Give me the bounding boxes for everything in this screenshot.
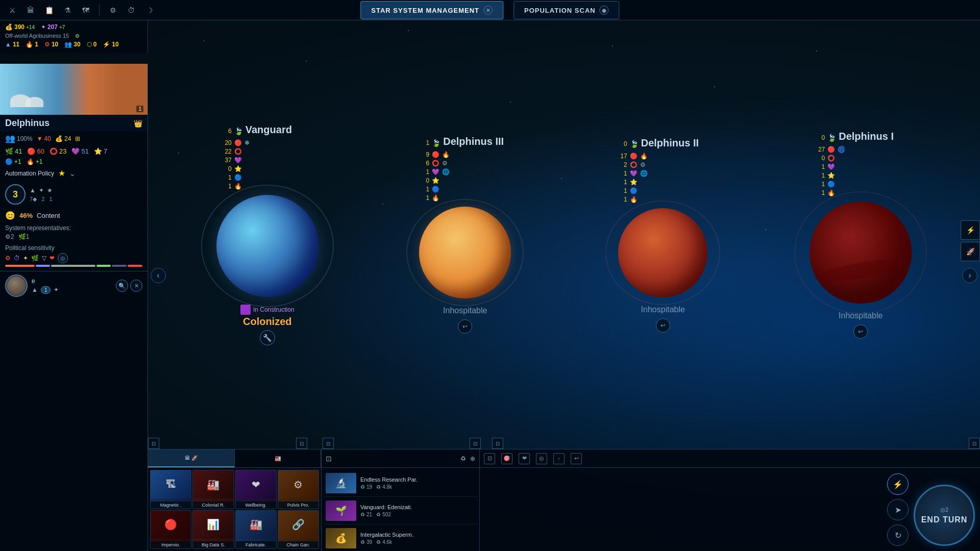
expand-bottom-right[interactable]: ⊡ xyxy=(969,438,980,449)
purple-val: 7 xyxy=(104,147,107,155)
tab-star-system-management[interactable]: STAR SYSTEM MANAGEMENT ✕ xyxy=(360,1,503,19)
blue-icon: 💜 xyxy=(71,147,80,155)
agent-star-icon: ✦ xyxy=(54,286,59,294)
vanguard-sphere[interactable] xyxy=(216,195,318,297)
happiness-percent: 46% xyxy=(19,212,33,219)
population-pct: 100% xyxy=(17,135,33,142)
sub2-icon: 🔥 xyxy=(27,158,34,165)
queue-tab-buildings[interactable]: 🏛 🚀 xyxy=(148,449,235,467)
event-item-2[interactable]: 🌱 Vanguard: Edenizati. ♻ 21 ♻ 502 xyxy=(324,497,477,524)
delphinus3-planet[interactable] xyxy=(419,207,511,298)
dh-icon-3[interactable]: ❤ xyxy=(519,453,530,464)
credits-plus: +14 xyxy=(26,24,35,30)
agent-row: e ▲ 1 ✦ 🔍 ✕ xyxy=(0,271,148,300)
d1-s5: 1 🔵 xyxy=(815,181,906,188)
d2-back-btn[interactable]: ↩ xyxy=(656,318,670,333)
re-btn-2[interactable]: 🚀 xyxy=(961,242,980,261)
agent-search-btn[interactable]: 🔍 xyxy=(116,280,128,292)
nav-icon-settings[interactable]: ⚙ xyxy=(106,3,120,17)
nav-icon-moon[interactable]: ☽ xyxy=(142,3,157,17)
nav-icon-map[interactable]: 🗺 xyxy=(79,3,93,17)
vanguard-stats-top: 6 🍃 Vanguard 20 🔴 ❄ 22 ⭕ 37 💜 0 ⭐ xyxy=(222,124,313,190)
d2-inhospitable-label: Inhospitable xyxy=(641,305,685,314)
expand-bottom-left[interactable]: ⊡ xyxy=(148,438,159,449)
d1-s6-icon: 🔥 xyxy=(827,189,835,196)
d3-s5: 1 🔵 xyxy=(419,186,511,193)
bottom-mid-expand[interactable]: ⊡ xyxy=(470,438,481,449)
queue-item-7[interactable]: 🏭 Fabricate. xyxy=(235,510,277,549)
events-sort-icon[interactable]: ⊕ xyxy=(470,455,475,462)
bottom-left-expand[interactable]: ⊡ xyxy=(296,438,307,449)
end-turn-button[interactable]: ◎2 END TURN xyxy=(914,485,975,546)
dh-icon-1[interactable]: ⊡ xyxy=(484,453,495,464)
dh-icon-6[interactable]: ↩ xyxy=(571,453,582,464)
side-btn-lightning[interactable]: ⚡ xyxy=(887,473,909,495)
queue-item-3[interactable]: ❤ Wellbeing. xyxy=(235,470,277,509)
delphinus1-leaf-icon: 🍃 xyxy=(827,134,836,142)
agent-close-btn[interactable]: ✕ xyxy=(130,280,142,292)
d2-s1: 17 🔴 🔥 xyxy=(617,153,709,160)
qi1-image: 🏗 xyxy=(151,470,191,498)
delphinus2-sphere[interactable] xyxy=(618,208,707,297)
d1-s2-icon: ⭕ xyxy=(827,155,835,162)
queue-up-icon: ▲ xyxy=(30,187,36,194)
delphinus1-planet[interactable] xyxy=(810,202,912,304)
d3-back-btn[interactable]: ↩ xyxy=(458,319,472,334)
delphinus3-sphere[interactable] xyxy=(419,207,511,298)
nav-arrow-left[interactable]: ‹ xyxy=(151,268,166,283)
d3-s3-icon: 💜 xyxy=(432,168,439,176)
queue-item-1[interactable]: 🏗 Magnetic . xyxy=(150,470,191,509)
nav-icon-timer[interactable]: ⏱ xyxy=(124,3,138,17)
vanguard-planet[interactable] xyxy=(216,195,318,297)
nav-icon-scroll[interactable]: 📋 xyxy=(42,3,56,17)
event-item-1[interactable]: 🔬 Endless Research Par. ♻ 19 ♻ 4.8k xyxy=(324,470,477,497)
event3-vals: ♻ 39 ♻ 4.6k xyxy=(360,539,475,545)
nav-arrow-right[interactable]: › xyxy=(962,268,977,283)
close-star-system-tab[interactable]: ✕ xyxy=(483,6,493,15)
event1-vals: ♻ 19 ♻ 4.8k xyxy=(360,484,475,490)
d2-s6: 1 🔥 xyxy=(617,196,709,203)
nav-icon-science[interactable]: ⚗ xyxy=(60,3,75,17)
automation-dropdown-icon[interactable]: ⌄ xyxy=(69,169,76,178)
re-btn-1[interactable]: ⚡ xyxy=(961,220,980,240)
expand-bottom-mid[interactable]: ⊡ xyxy=(323,438,334,449)
pol-bars xyxy=(5,265,142,267)
queue-tab-ships[interactable]: 🏭 xyxy=(235,449,322,467)
delphinus2-planet[interactable] xyxy=(618,208,707,297)
event1-thumb: 🔬 xyxy=(326,473,356,493)
wrench-button[interactable]: 🔧 xyxy=(260,330,275,345)
event2-thumb: 🌱 xyxy=(326,500,356,521)
dh-icon-5[interactable]: ↑ xyxy=(553,453,565,464)
queue-item-5[interactable]: 🔴 Impervio. xyxy=(150,510,191,549)
events-expand-icon[interactable]: ⊡ xyxy=(326,455,332,463)
events-filter-icon[interactable]: ♻ xyxy=(460,455,466,462)
queue-item-2[interactable]: 🏭 Colonial R. xyxy=(192,470,234,509)
res-item-5: ⬡ 0 xyxy=(87,41,97,48)
dh-icon-2[interactable]: 🎯 xyxy=(501,453,512,464)
district-icon: ⊞ xyxy=(75,135,80,142)
side-btn-arrow-right[interactable]: ➤ xyxy=(887,499,909,520)
delphinus1-sphere[interactable] xyxy=(810,202,912,304)
vanguard-stat-4: 0 ⭐ xyxy=(222,165,313,172)
dh-icon-4[interactable]: ◎ xyxy=(536,453,547,464)
side-btn-refresh[interactable]: ↻ xyxy=(887,524,909,546)
d1-s1-extra: 🌀 xyxy=(838,146,845,153)
queue-item-8[interactable]: 🔗 Chain Gan. xyxy=(278,510,319,549)
d1-s3-icon: 💜 xyxy=(827,163,835,170)
pol-bar-5 xyxy=(112,265,127,267)
queue-item-6[interactable]: 📊 Big Data S. xyxy=(192,510,234,549)
pol-settings-btn[interactable]: ◎ xyxy=(58,253,68,263)
queue-item-4[interactable]: ⚙ Pulvis Pro. xyxy=(278,470,319,509)
vanguard-stat-2: 22 ⭕ xyxy=(222,148,313,155)
d1-back-btn[interactable]: ↩ xyxy=(853,324,868,339)
queue-icons-row: ▲ ✦ ★ xyxy=(30,187,53,194)
qi2-image: 🏭 xyxy=(193,470,233,498)
res-item-6: ⚡ 10 xyxy=(103,41,118,48)
tab-population-scan[interactable]: POPULATION SCAN ◉ xyxy=(513,1,620,19)
nav-icon-sword[interactable]: ⚔ xyxy=(5,3,19,17)
agent-info: e ▲ 1 ✦ xyxy=(32,278,112,294)
agent-level-badge: 1 xyxy=(41,286,51,294)
event-item-3[interactable]: 💰 Intergalactic Superm. ♻ 39 ♻ 4.6k xyxy=(324,525,477,551)
nav-icon-building[interactable]: 🏛 xyxy=(23,3,38,17)
expand-bottom-mid2[interactable]: ⊡ xyxy=(492,438,503,449)
